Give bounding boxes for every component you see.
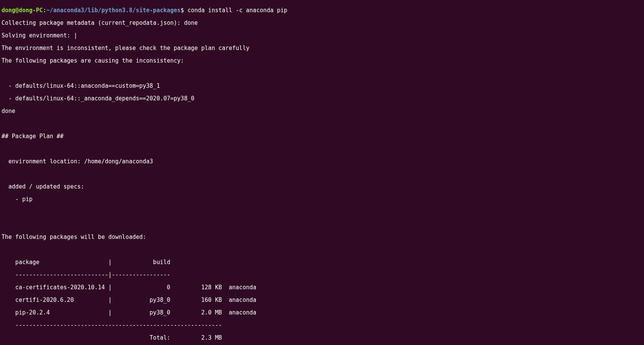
output-line: The following packages will be downloade… xyxy=(2,234,642,240)
output-line: ## Package Plan ## xyxy=(2,133,642,140)
output-table-header: package | build xyxy=(2,259,642,266)
output-table-divider: ----------------------------------------… xyxy=(2,322,642,329)
output-blank xyxy=(2,146,642,152)
output-table-row: ca-certificates-2020.10.14 | 0 128 KB an… xyxy=(2,284,642,291)
output-blank xyxy=(2,221,642,228)
output-line: added / updated specs: xyxy=(2,184,642,190)
output-blank xyxy=(2,209,642,215)
output-table-total: Total: 2.3 MB xyxy=(2,335,642,341)
output-line: - defaults/linux-64::_anaconda_depends==… xyxy=(2,95,642,102)
output-line: The environment is inconsistent, please … xyxy=(2,45,642,52)
output-table-row: certifi-2020.6.20 | py38_0 160 KB anacon… xyxy=(2,297,642,303)
output-blank xyxy=(2,247,642,253)
output-blank xyxy=(2,121,642,127)
output-table-row: pip-20.2.4 | py38_0 2.0 MB anaconda xyxy=(2,310,642,316)
output-line: environment location: /home/dong/anacond… xyxy=(2,158,642,165)
output-line: done xyxy=(2,108,642,114)
prompt-dollar: $ xyxy=(181,7,184,14)
output-line: The following packages are causing the i… xyxy=(2,58,642,64)
output-line: - defaults/linux-64::anaconda==custom=py… xyxy=(2,83,642,89)
prompt-line-1: dong@dong-PC:~/anaconda3/lib/python3.8/s… xyxy=(2,7,642,14)
command-1[interactable]: conda install -c anaconda pip xyxy=(188,7,287,14)
output-line: - pip xyxy=(2,196,642,203)
output-blank xyxy=(2,70,642,77)
prompt-user: dong@dong-PC xyxy=(2,7,43,14)
output-line: Collecting package metadata (current_rep… xyxy=(2,20,642,26)
output-line: Solving environment: | xyxy=(2,32,642,39)
prompt-path: ~/anaconda3/lib/python3.8/site-packages xyxy=(46,7,180,14)
output-table-divider: ---------------------------|------------… xyxy=(2,272,642,278)
output-blank xyxy=(2,171,642,177)
